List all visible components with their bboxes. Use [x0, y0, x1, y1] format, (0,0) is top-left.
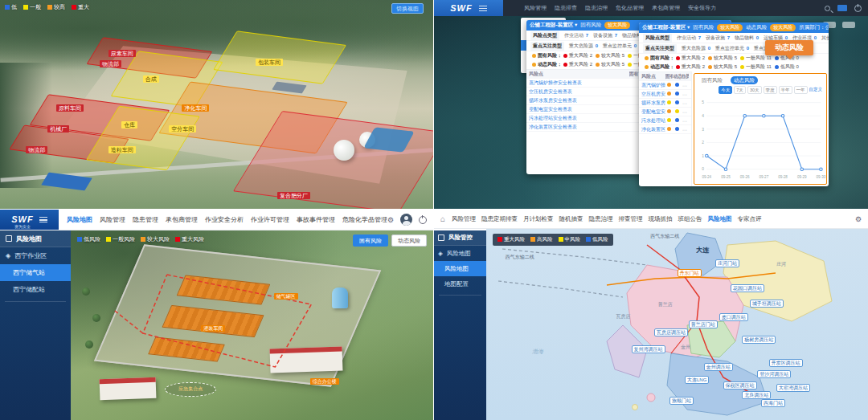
- sidebar-item[interactable]: 风险地图: [0, 230, 71, 247]
- settings-gear-icon[interactable]: ⚙: [387, 216, 394, 224]
- station-pill[interactable]: 复州湾调压站: [632, 345, 665, 353]
- zone-label[interactable]: 原料车间: [56, 104, 84, 112]
- trend-icon[interactable]: ⋯: [681, 109, 689, 115]
- filter-item[interactable]: 作业活动 7: [677, 35, 701, 42]
- station-pill[interactable]: 花园口调压站: [731, 284, 764, 292]
- filter-item[interactable]: 重点监控单元 0: [715, 45, 749, 52]
- nav-item[interactable]: 隐患定期排查: [481, 215, 518, 223]
- map-tool-button[interactable]: [842, 22, 855, 28]
- menu-icon[interactable]: [479, 6, 487, 11]
- risk-point-link[interactable]: 净化装置区安全检查表: [529, 124, 629, 131]
- nav-item[interactable]: 排查管理: [619, 215, 643, 223]
- zone-label[interactable]: 仓库: [121, 121, 137, 128]
- nav-item[interactable]: 作业许可管理: [251, 215, 289, 224]
- range-chip[interactable]: 今天: [719, 86, 732, 94]
- trend-icon[interactable]: ⋯: [681, 127, 689, 133]
- zone-label[interactable]: 合成: [143, 75, 159, 83]
- station-pill[interactable]: 瓦房店调压站: [654, 328, 688, 336]
- nav-item[interactable]: 隐患排查: [555, 4, 577, 12]
- sidebar-item[interactable]: 西宁储配站: [0, 281, 71, 298]
- nav-item[interactable]: 作业安全分析: [205, 215, 244, 224]
- nav-item[interactable]: 风险地图: [67, 215, 92, 224]
- nav-item[interactable]: 安全领导力: [688, 4, 716, 12]
- sidebar-item[interactable]: 风险管控: [434, 230, 486, 246]
- custom-range-link[interactable]: 自定义: [809, 86, 823, 94]
- nav-item[interactable]: 风险管理: [100, 215, 125, 224]
- station-pill[interactable]: 旅顺门站: [669, 397, 694, 405]
- trend-icon[interactable]: ⋯: [681, 118, 689, 124]
- station-pill[interactable]: 登沙河调压站: [757, 370, 791, 378]
- nav-item[interactable]: 承包商管理: [166, 215, 198, 224]
- logout-icon[interactable]: [419, 216, 427, 224]
- filter-item[interactable]: 设备设施 7: [706, 35, 730, 42]
- table-row[interactable]: 蒸汽锅炉操作安全检查表⋯: [639, 81, 691, 90]
- risk-point-link[interactable]: 污水处理站安全检查表: [641, 117, 665, 124]
- risk-mode-button[interactable]: 固有风险: [353, 234, 388, 247]
- range-chip[interactable]: 7天: [734, 86, 746, 94]
- nav-item[interactable]: 随机抽查: [559, 215, 583, 223]
- switch-view-button[interactable]: 切换视图: [391, 3, 424, 14]
- risk-point-link[interactable]: 污水处理站安全检查表: [529, 115, 629, 122]
- zone-label[interactable]: 机械厂: [47, 125, 69, 133]
- range-chip[interactable]: 季度: [764, 86, 777, 94]
- nav-item[interactable]: 风险管理: [452, 215, 476, 223]
- table-row[interactable]: 净化装置区安全检查表⋯: [639, 125, 691, 134]
- zone-label[interactable]: 造粒车间: [108, 146, 136, 153]
- risk-point-link[interactable]: 净化装置区安全检查表: [641, 126, 665, 133]
- zone-label[interactable]: 尿素车间: [108, 50, 136, 57]
- home-icon[interactable]: ⌂: [440, 214, 445, 223]
- nav-item[interactable]: 承包商管理: [652, 4, 680, 12]
- nav-item[interactable]: 隐患治理: [585, 4, 608, 12]
- station-pill[interactable]: 城子坦调压站: [750, 300, 784, 308]
- filter-item[interactable]: 其他 0: [821, 35, 829, 42]
- filter-item[interactable]: 重点监控单元 0: [603, 43, 637, 50]
- table-row[interactable]: 变配电室安全检查表⋯: [639, 108, 691, 116]
- station-pill[interactable]: 庄河门站: [715, 259, 739, 267]
- sidebar-item[interactable]: 风险地图: [434, 261, 486, 276]
- zone-label[interactable]: 空分车间: [169, 125, 196, 133]
- nav-item[interactable]: 危险化学品管理: [342, 215, 387, 224]
- search-icon[interactable]: [825, 6, 830, 11]
- filter-item[interactable]: 设备设施 7: [593, 32, 617, 39]
- station-pill[interactable]: 金州调压站: [704, 363, 733, 371]
- nav-item[interactable]: 专家点评: [738, 215, 762, 223]
- filter-item[interactable]: 重大危险源 0: [569, 43, 598, 50]
- nav-item[interactable]: 风险管理: [524, 4, 547, 12]
- nav-item[interactable]: 隐患管理: [133, 215, 158, 224]
- sidebar-item[interactable]: ◈西宁作业区: [0, 247, 71, 264]
- brand-logo[interactable]: SWF赛为安全: [0, 210, 59, 230]
- sidebar-item[interactable]: 西宁储气站: [0, 264, 71, 281]
- station-pill[interactable]: 北良调压站: [742, 391, 771, 399]
- risk-mode-button[interactable]: 动态风险: [391, 234, 427, 247]
- nav-item[interactable]: 危化品管理: [616, 4, 644, 12]
- zone-label[interactable]: 净化车间: [182, 104, 209, 112]
- filter-item[interactable]: 物品物料 0: [735, 35, 759, 42]
- station-pill[interactable]: 大连LNG: [685, 376, 709, 384]
- brand-logo[interactable]: SWF: [434, 0, 503, 16]
- filter-item[interactable]: 作业活动 7: [564, 32, 588, 39]
- table-row[interactable]: 污水处理站安全检查表⋯: [639, 116, 691, 125]
- nav-item[interactable]: 隐患治理: [589, 215, 613, 223]
- risk-point-link[interactable]: 循环水泵房安全检查表: [529, 97, 629, 104]
- table-row[interactable]: 循环水泵房安全检查表⋯: [639, 99, 691, 108]
- risk-point-link[interactable]: 蒸汽锅炉操作安全检查表: [641, 82, 665, 89]
- risk-point-link[interactable]: 循环水泵房安全检查表: [641, 100, 665, 107]
- risk-point-link[interactable]: 空压机房安全检查表: [529, 88, 629, 96]
- menu-icon[interactable]: [39, 217, 47, 222]
- station-pill[interactable]: 保税区调压站: [723, 381, 757, 389]
- risk-point-link[interactable]: 变配电室安全检查表: [641, 108, 665, 116]
- station-pill[interactable]: 皮口调压站: [719, 313, 748, 321]
- zone-label[interactable]: 物流部: [100, 60, 121, 67]
- nav-item[interactable]: 现场抓拍: [649, 215, 673, 223]
- filter-item[interactable]: 重大危险源 0: [682, 45, 710, 52]
- sidebar-item[interactable]: ◈风险地图: [434, 246, 486, 261]
- nav-item[interactable]: 班组公告: [678, 215, 702, 223]
- nav-item[interactable]: 月计划检查: [523, 215, 554, 223]
- risk-point-link[interactable]: 空压机房安全检查表: [641, 91, 665, 98]
- user-avatar[interactable]: [400, 214, 412, 226]
- settings-gear-icon[interactable]: ⚙: [855, 215, 862, 223]
- logout-icon[interactable]: [854, 5, 862, 12]
- station-pill[interactable]: 大窑湾调压站: [776, 384, 810, 392]
- station-pill[interactable]: 西海门站: [761, 399, 785, 407]
- panel-tab[interactable]: 动态风险: [731, 76, 758, 84]
